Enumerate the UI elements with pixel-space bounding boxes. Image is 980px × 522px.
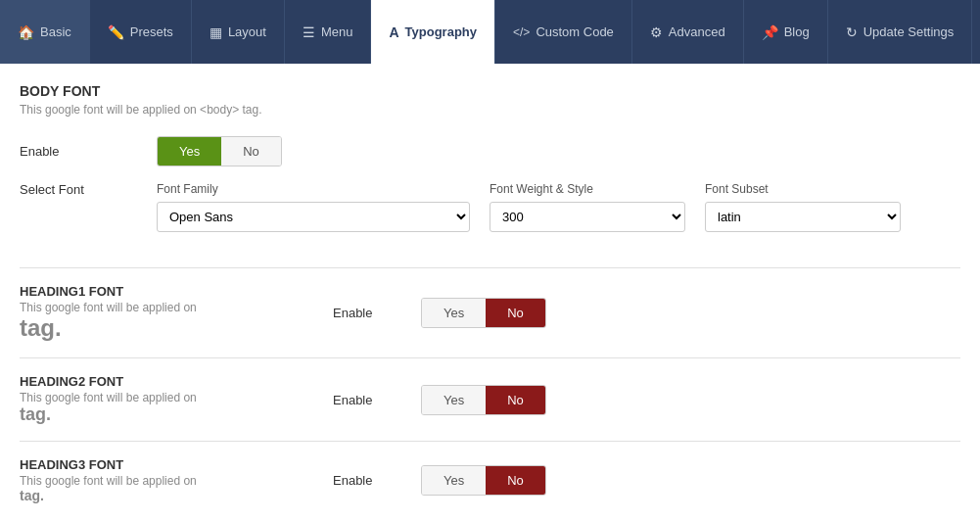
code-icon: </>: [513, 25, 530, 39]
heading-title-h2: HEADING2 FONT: [20, 374, 313, 389]
pin-icon: 📌: [762, 24, 778, 40]
nav-label-blog: Blog: [784, 24, 810, 39]
heading-yes-button-h1[interactable]: Yes: [422, 299, 486, 327]
heading-info-h2: HEADING2 FONT This google font will be a…: [20, 374, 313, 425]
body-font-desc: This google font will be applied on <bod…: [20, 103, 960, 117]
nav-item-update-settings[interactable]: ↻ Update Settings: [828, 0, 973, 64]
heading-no-button-h3[interactable]: No: [486, 466, 545, 495]
body-font-title: BODY FONT: [20, 83, 960, 99]
font-family-label: Font Family: [157, 182, 470, 196]
gear-icon: ⚙: [650, 24, 663, 40]
heading-info-h1: HEADING1 FONT This google font will be a…: [20, 284, 313, 342]
typography-icon: A: [389, 24, 398, 40]
body-font-section: BODY FONT This google font will be appli…: [20, 83, 960, 267]
heading-yes-button-h2[interactable]: Yes: [422, 386, 486, 414]
nav-label-custom-code: Custom Code: [536, 24, 613, 39]
heading-toggle-h3: Yes No: [421, 465, 546, 496]
nav-bar: 🏠 Basic ✏️ Presets ▦ Layout ☰ Menu A Typ…: [0, 0, 980, 64]
nav-label-presets: Presets: [130, 24, 173, 39]
nav-item-typography[interactable]: A Typography: [371, 0, 495, 64]
nav-label-update-settings: Update Settings: [863, 24, 955, 39]
main-content: BODY FONT This google font will be appli…: [0, 64, 980, 519]
heading-enable-label-h3: Enable: [333, 473, 411, 488]
heading-toggle-group-h3: Yes No: [421, 465, 546, 496]
heading-desc-h1: This google font will be applied on tag.: [20, 301, 313, 342]
heading-desc-h3: This google font will be applied on tag.: [20, 474, 313, 503]
font-subset-select[interactable]: latin: [705, 202, 901, 232]
heading-info-h3: HEADING3 FONT This google font will be a…: [20, 457, 313, 503]
nav-item-custom-code[interactable]: </> Custom Code: [495, 0, 632, 64]
heading-section-h2: HEADING2 FONT This google font will be a…: [20, 357, 960, 441]
layout-icon: ▦: [210, 24, 222, 40]
font-weight-group: Font Weight & Style 300: [490, 182, 685, 232]
font-weight-label: Font Weight & Style: [490, 182, 685, 196]
nav-item-menu[interactable]: ☰ Menu: [285, 0, 372, 64]
menu-icon: ☰: [303, 24, 315, 40]
heading-section-h1: HEADING1 FONT This google font will be a…: [20, 267, 960, 357]
nav-label-menu: Menu: [321, 24, 353, 39]
select-font-label: Select Font: [20, 182, 157, 197]
heading-toggle-h2: Yes No: [421, 385, 546, 415]
font-subset-label: Font Subset: [705, 182, 901, 196]
refresh-icon: ↻: [846, 24, 858, 40]
nav-label-typography: Typography: [405, 24, 477, 39]
nav-item-document[interactable]: 📄 Documer: [972, 0, 980, 64]
font-selects-container: Font Family Open Sans Font Weight & Styl…: [157, 182, 901, 232]
heading-no-button-h1[interactable]: No: [486, 299, 545, 327]
heading-yes-button-h3[interactable]: Yes: [422, 466, 486, 495]
nav-label-basic: Basic: [40, 24, 71, 39]
font-weight-select[interactable]: 300: [490, 202, 685, 232]
pencil-icon: ✏️: [108, 24, 124, 40]
enable-row: Enable Yes No: [20, 136, 960, 166]
nav-item-advanced[interactable]: ⚙ Advanced: [632, 0, 744, 64]
select-font-row: Select Font Font Family Open Sans Font W…: [20, 182, 960, 232]
nav-item-layout[interactable]: ▦ Layout: [192, 0, 285, 64]
nav-item-presets[interactable]: ✏️ Presets: [90, 0, 192, 64]
heading-desc-h2: This google font will be applied on tag.: [20, 391, 313, 425]
enable-label: Enable: [20, 144, 157, 159]
nav-item-blog[interactable]: 📌 Blog: [744, 0, 828, 64]
font-subset-group: Font Subset latin: [705, 182, 901, 232]
font-family-group: Font Family Open Sans: [157, 182, 470, 232]
enable-yes-button[interactable]: Yes: [158, 137, 221, 166]
heading-toggle-h1: Yes No: [421, 298, 546, 328]
nav-label-layout: Layout: [228, 24, 266, 39]
heading-title-h3: HEADING3 FONT: [20, 457, 313, 472]
heading-toggle-group-h1: Yes No: [421, 298, 546, 328]
headings-container: HEADING1 FONT This google font will be a…: [20, 267, 960, 519]
heading-enable-label-h1: Enable: [333, 306, 411, 320]
font-family-select[interactable]: Open Sans: [157, 202, 470, 232]
heading-enable-label-h2: Enable: [333, 393, 411, 407]
enable-toggle-group: Yes No: [157, 136, 282, 166]
heading-toggle-group-h2: Yes No: [421, 385, 546, 415]
home-icon: 🏠: [18, 24, 34, 40]
nav-label-advanced: Advanced: [669, 24, 725, 39]
heading-section-h3: HEADING3 FONT This google font will be a…: [20, 441, 960, 519]
enable-no-button[interactable]: No: [221, 137, 281, 166]
nav-item-basic[interactable]: 🏠 Basic: [0, 0, 90, 64]
heading-title-h1: HEADING1 FONT: [20, 284, 313, 299]
heading-no-button-h2[interactable]: No: [486, 386, 545, 414]
